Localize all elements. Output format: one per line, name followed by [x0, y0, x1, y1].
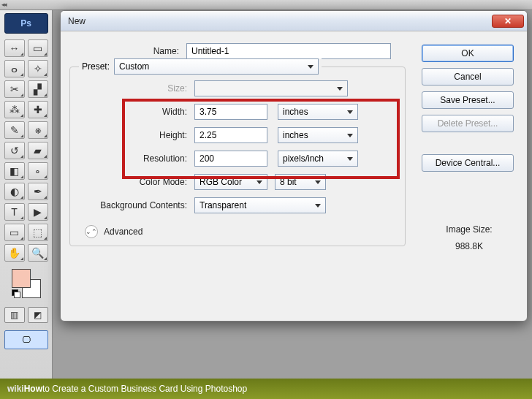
- preset-value: Custom: [119, 61, 149, 72]
- zoom-tool[interactable]: 🔍: [28, 244, 48, 262]
- flyout-indicator-icon: [20, 155, 23, 158]
- marquee-tool[interactable]: ▭: [28, 39, 48, 57]
- screen-mode-icon: 🖵: [22, 335, 31, 345]
- preset-label: Preset:: [82, 61, 110, 72]
- screen-mode-button[interactable]: 🖵: [4, 330, 48, 349]
- background-contents-select[interactable]: Transparent: [194, 197, 326, 213]
- eraser-tool[interactable]: ▰: [28, 142, 48, 159]
- height-input[interactable]: 2.25: [194, 127, 267, 143]
- flyout-indicator-icon: [20, 134, 23, 137]
- path-selection-tool[interactable]: ▶: [28, 203, 48, 221]
- watermark-text: to Create a Custom Business Card Using P…: [42, 384, 247, 394]
- device-central-label: Device Central...: [436, 158, 501, 168]
- watermark-bar: wikiHow to Create a Custom Business Card…: [0, 379, 532, 399]
- cancel-label: Cancel: [454, 72, 481, 82]
- flyout-indicator-icon: [44, 175, 47, 178]
- watermark-brand2: How: [24, 384, 42, 394]
- default-colors-icon[interactable]: [12, 289, 20, 298]
- size-label: Size:: [77, 83, 194, 94]
- pen-tool[interactable]: ✒: [28, 183, 48, 200]
- flyout-indicator-icon: [44, 94, 47, 96]
- clone-stamp-tool[interactable]: ⎈: [28, 121, 48, 139]
- type-tool[interactable]: T: [4, 203, 25, 221]
- app-icon-label: Ps: [20, 18, 31, 28]
- flyout-indicator-icon: [20, 257, 23, 260]
- brush-tool[interactable]: ✎: [4, 121, 25, 139]
- resolution-value: 200: [200, 153, 214, 164]
- flyout-indicator-icon: [44, 53, 47, 56]
- flyout-indicator-icon: [20, 73, 23, 76]
- color-mode-select[interactable]: RGB Color: [194, 174, 267, 190]
- flyout-indicator-icon: [20, 196, 23, 199]
- advanced-label: Advanced: [104, 227, 142, 237]
- titlebar[interactable]: New ✕: [61, 11, 527, 31]
- lasso-tool[interactable]: ⴰ: [4, 60, 25, 77]
- background-contents-label: Background Contents:: [77, 200, 194, 210]
- width-label: Width:: [77, 107, 194, 117]
- flyout-indicator-icon: [44, 257, 47, 260]
- crop-tool[interactable]: ✂: [4, 80, 25, 98]
- flyout-indicator-icon: [44, 114, 47, 117]
- shape-tool[interactable]: ▭: [4, 224, 25, 241]
- flyout-indicator-icon: [20, 216, 23, 219]
- new-document-dialog: New ✕ Name: Untitled-1 Preset:: [60, 10, 528, 322]
- close-button[interactable]: ✕: [492, 15, 524, 28]
- flyout-indicator-icon: [44, 216, 47, 219]
- dodge-tool[interactable]: ◐: [4, 183, 25, 200]
- image-size-value: 988.8K: [422, 238, 517, 255]
- flyout-indicator-icon: [44, 237, 47, 240]
- collapse-arrows-icon: ◂◂: [1, 1, 6, 8]
- resolution-unit-select[interactable]: pixels/inch: [278, 151, 358, 167]
- watermark-brand1: wiki: [7, 384, 24, 394]
- height-label: Height:: [77, 130, 194, 140]
- save-preset-button[interactable]: Save Preset...: [422, 91, 514, 109]
- height-unit-value: inches: [283, 130, 308, 140]
- cancel-button[interactable]: Cancel: [422, 68, 514, 86]
- blur-tool[interactable]: ∘: [28, 162, 48, 180]
- device-central-button[interactable]: Device Central...: [422, 154, 514, 172]
- delete-preset-label: Delete Preset...: [438, 118, 498, 129]
- move-tool[interactable]: ↔: [4, 39, 25, 57]
- advanced-toggle[interactable]: ⌄⌃ Advanced: [85, 225, 398, 238]
- background-contents-value: Transparent: [200, 200, 246, 210]
- image-size-readout: Image Size: 988.8K: [422, 221, 517, 255]
- standard-mode-button[interactable]: ▥: [4, 307, 25, 323]
- resolution-input[interactable]: 200: [194, 151, 267, 167]
- width-input[interactable]: 3.75: [194, 104, 267, 120]
- flyout-indicator-icon: [20, 94, 23, 96]
- app-icon: Ps: [4, 13, 48, 34]
- quick-mask-button[interactable]: ◩: [28, 307, 48, 323]
- history-brush-tool[interactable]: ↺: [4, 142, 25, 159]
- magic-wand-tool[interactable]: ✧: [28, 60, 48, 77]
- panel-collapse-bar[interactable]: ◂◂: [0, 0, 532, 10]
- resolution-unit-value: pixels/inch: [283, 153, 324, 164]
- flyout-indicator-icon: [44, 134, 47, 137]
- foreground-color-swatch[interactable]: [12, 269, 31, 288]
- preset-select[interactable]: Custom: [114, 58, 319, 75]
- image-size-label: Image Size:: [422, 221, 517, 238]
- flyout-indicator-icon: [44, 155, 47, 158]
- slice-tool[interactable]: ▞: [28, 80, 48, 98]
- width-unit-select[interactable]: inches: [278, 104, 358, 120]
- flyout-indicator-icon: [20, 114, 23, 117]
- healing-brush-tool[interactable]: ✚: [28, 101, 48, 118]
- flyout-indicator-icon: [44, 196, 47, 199]
- preset-group: Preset: Custom Size: Width:: [69, 66, 406, 246]
- bit-depth-value: 8 bit: [280, 177, 297, 187]
- close-icon: ✕: [504, 16, 512, 26]
- gradient-tool[interactable]: ◧: [4, 162, 25, 180]
- bit-depth-select[interactable]: 8 bit: [275, 174, 326, 190]
- delete-preset-button: Delete Preset...: [422, 115, 514, 132]
- name-value: Untitled-1: [191, 46, 229, 56]
- height-unit-select[interactable]: inches: [278, 127, 358, 143]
- flyout-indicator-icon: [20, 175, 23, 178]
- eyedropper-tool[interactable]: ⁂: [4, 101, 25, 118]
- color-swatches[interactable]: [12, 269, 41, 298]
- hand-tool[interactable]: ✋: [4, 244, 25, 262]
- color-mode-label: Color Mode:: [77, 177, 194, 187]
- 3d-tool[interactable]: ⬚: [28, 224, 48, 241]
- flyout-indicator-icon: [44, 73, 47, 76]
- toolbox: Ps ↔▭ⴰ✧✂▞⁂✚✎⎈↺▰◧∘◐✒T▶▭⬚✋🔍 ▥ ◩ 🖵: [0, 10, 53, 399]
- ok-button[interactable]: OK: [422, 45, 514, 62]
- name-input[interactable]: Untitled-1: [186, 43, 391, 59]
